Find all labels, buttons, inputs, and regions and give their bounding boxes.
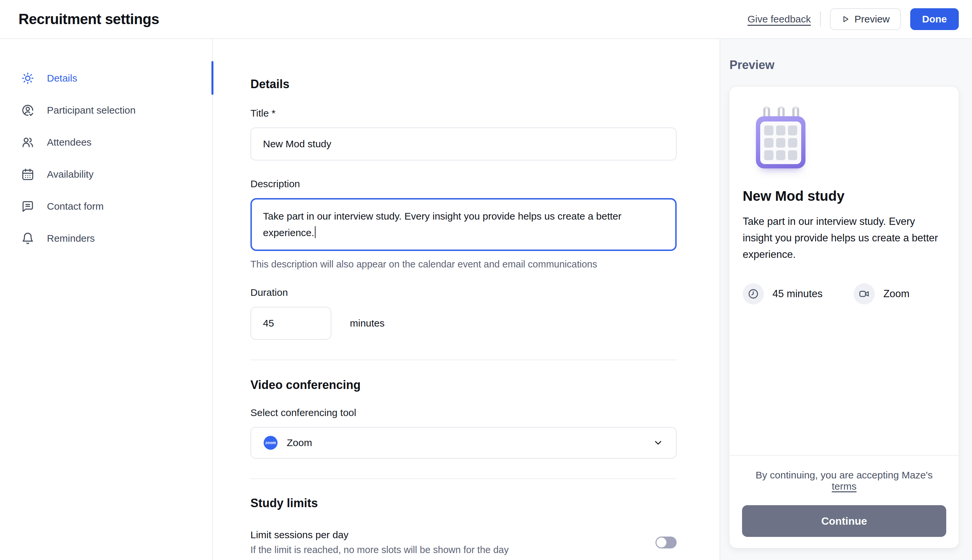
users-icon [21,136,34,149]
preview-card-body: New Mod study Take part in our interview… [730,87,959,455]
title-label: Title * [251,108,676,119]
limit-sessions-per-day-row: Limit sessions per day If the limit is r… [251,529,676,555]
sidebar-item-label: Reminders [47,233,95,244]
video-icon-circle [854,283,875,305]
conferencing-select[interactable]: zoom Zoom [251,427,676,458]
bell-icon [21,232,34,245]
preview-card: New Mod study Take part in our interview… [730,87,959,548]
preview-button[interactable]: Preview [830,8,901,30]
text-caret [315,226,316,238]
video-camera-icon [859,288,870,300]
sidebar-item-label: Details [47,73,77,84]
header-actions: Give feedback Preview Done [748,8,959,30]
limit-row-text: Limit sessions per day If the limit is r… [251,529,509,555]
preview-study-title: New Mod study [743,188,945,204]
sidebar-item-contact-form[interactable]: Contact form [0,190,212,222]
preview-card-footer: By continuing, you are accepting Maze's … [730,455,959,548]
description-input[interactable]: Take part in our interview study. Every … [251,198,676,251]
sidebar-item-details[interactable]: Details [0,62,212,94]
content-row: Details Participant selection Attendees … [0,39,972,560]
section-title-details: Details [251,77,676,91]
duration-unit: minutes [350,318,384,329]
done-button[interactable]: Done [910,8,959,30]
preview-meta-row: 45 minutes Zoom [743,283,945,305]
toggle-knob [656,538,666,547]
limit-per-day-toggle[interactable] [655,537,676,548]
duration-chip-label: 45 minutes [772,288,823,300]
clock-icon [748,288,759,300]
sidebar-item-participant-selection[interactable]: Participant selection [0,94,212,126]
zoom-logo-icon: zoom [264,436,277,450]
preview-panel: Preview New Mod study Take part in our i… [720,39,972,560]
description-helper: This description will also appear on the… [251,259,676,270]
page-title: Recruitment settings [18,11,159,27]
duration-row: minutes [251,307,676,340]
duration-label: Duration [251,287,676,298]
details-form: Details Title * Description Take part in… [213,39,720,560]
sidebar-item-label: Contact form [47,201,104,212]
sidebar-item-label: Availability [47,169,94,180]
preview-button-label: Preview [854,13,890,25]
chevron-down-icon [653,438,663,448]
header: Recruitment settings Give feedback Previ… [0,0,972,39]
conferencing-label: Select conferencing tool [251,407,676,418]
participant-check-icon [21,104,34,117]
sidebar-item-reminders[interactable]: Reminders [0,222,212,254]
preview-study-description: Take part in our interview study. Every … [743,213,946,263]
sidebar-item-availability[interactable]: Availability [0,158,212,190]
sidebar-item-label: Attendees [47,137,92,148]
title-input[interactable] [251,127,676,160]
limit-per-day-helper: If the limit is reached, no more slots w… [251,545,509,555]
calendar-grid [760,122,801,164]
section-divider [251,360,676,360]
description-label: Description [251,178,676,190]
continue-button[interactable]: Continue [742,505,946,537]
active-nav-indicator [212,61,214,95]
settings-sidebar: Details Participant selection Attendees … [0,39,213,560]
section-divider [251,478,676,479]
sun-icon [21,72,34,85]
clock-icon-circle [743,283,764,305]
section-title-video-conferencing: Video conferencing [251,378,676,392]
section-title-study-limits: Study limits [251,496,676,510]
calendar-frame [756,116,805,168]
duration-input[interactable] [251,307,331,340]
terms-link[interactable]: terms [832,481,857,492]
done-button-label: Done [922,13,947,25]
sidebar-item-attendees[interactable]: Attendees [0,126,212,158]
preview-panel-title: Preview [730,58,958,72]
sidebar-item-label: Participant selection [47,105,135,116]
terms-text: By continuing, you are accepting Maze's … [742,470,946,492]
header-separator [820,12,821,27]
conferencing-selected-value: Zoom [287,437,312,448]
description-text: Take part in our interview study. Every … [263,211,621,238]
calendar-illustration [756,106,819,169]
terms-prefix: By continuing, you are accepting Maze's [756,470,933,480]
limit-per-day-label: Limit sessions per day [251,529,509,540]
play-icon [841,15,850,23]
message-icon [21,200,34,213]
tool-chip-label: Zoom [883,288,910,300]
calendar-icon [21,168,34,181]
give-feedback-link[interactable]: Give feedback [748,13,811,25]
